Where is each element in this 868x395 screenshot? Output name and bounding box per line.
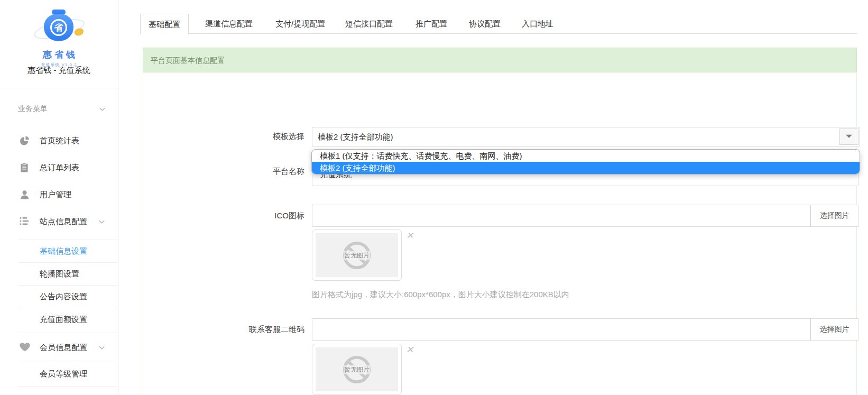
- sidebar-item-label: 总订单列表: [40, 163, 79, 173]
- template-select-value: 模板2 (支持全部功能): [318, 132, 393, 141]
- sidebar-subitem-carousel[interactable]: 轮播图设置: [0, 262, 118, 286]
- section-label: 业务菜单: [18, 104, 48, 114]
- tab-label: 推广配置: [415, 19, 447, 28]
- sidebar-item-label: 会员信息配置: [40, 343, 87, 353]
- tab-entry-url[interactable]: 入口地址: [522, 14, 553, 34]
- dropdown-option-template2[interactable]: 模板2 (支持全部功能): [312, 162, 860, 174]
- template-dropdown-popup: 模板1 (仅支持：话费快充、话费慢充、电费、南网、油费) 模板2 (支持全部功能…: [311, 149, 860, 174]
- tab-payment-config[interactable]: 支付/提现配置: [275, 14, 325, 34]
- qrcode-label: 联系客服二维码: [209, 325, 304, 335]
- ico-icon-label: ICO图标: [209, 211, 304, 221]
- sidebar-item-label: 站点信息配置: [40, 217, 87, 227]
- ico-hint-text: 图片格式为jpg，建议大小:600px*600px，图片大小建议控制在200KB…: [312, 290, 569, 300]
- ico-pick-image-button[interactable]: 选择图片: [810, 205, 858, 227]
- sidebar-subitem-recharge-amount[interactable]: 充值面额设置: [0, 308, 118, 331]
- sidebar-item-member-config[interactable]: 会员信息配置: [0, 335, 118, 360]
- sidebar: 省 惠省钱 充值系统 V1.0.2 惠省钱 - 充值系统 业务菜单 首页统计表: [0, 0, 118, 395]
- qrcode-pick-image-button[interactable]: 选择图片: [810, 318, 858, 341]
- sidebar-item-label: 用户管理: [40, 190, 71, 200]
- ico-image-preview: 暂无图片: [312, 229, 402, 281]
- sidebar-subitem-label: 轮播图设置: [40, 269, 79, 279]
- money-bag-logo-icon: 省: [30, 7, 88, 49]
- chevron-down-icon: [98, 218, 105, 225]
- no-image-text: 暂无图片: [344, 365, 370, 374]
- sidebar-item-home-stats[interactable]: 首页统计表: [0, 129, 118, 152]
- sidebar-subitem-label: 基础信息设置: [40, 246, 87, 256]
- divider: [19, 333, 118, 333]
- platform-name-label: 平台名称: [209, 167, 304, 177]
- template-select[interactable]: 模板2 (支持全部功能): [312, 127, 860, 146]
- sidebar-subitem-member-level[interactable]: 会员等级管理: [0, 362, 118, 385]
- tab-label: 入口地址: [522, 19, 553, 28]
- tab-bar: 基础配置 渠道信息配置 支付/提现配置 短信接口配置 推广配置 协议配置 入口地…: [140, 14, 857, 34]
- sidebar-subitem-basic-info[interactable]: 基础信息设置: [0, 240, 118, 263]
- sidebar-item-label: 首页统计表: [40, 136, 79, 146]
- user-icon: [20, 190, 30, 200]
- tab-label: 基础配置: [149, 20, 180, 29]
- remove-image-icon[interactable]: ✕: [406, 344, 413, 355]
- heart-icon: [20, 343, 30, 353]
- tab-channel-config[interactable]: 渠道信息配置: [205, 14, 253, 34]
- list-icon: [20, 217, 30, 227]
- chevron-down-icon: [99, 106, 105, 112]
- remove-image-icon[interactable]: ✕: [406, 230, 413, 241]
- divider: [19, 386, 118, 387]
- qrcode-image-preview: 暂无图片: [312, 344, 402, 395]
- admin-page: 省 惠省钱 充值系统 V1.0.2 惠省钱 - 充值系统 业务菜单 首页统计表: [0, 0, 868, 395]
- sidebar-item-site-config[interactable]: 站点信息配置: [0, 210, 118, 233]
- tab-basic-config[interactable]: 基础配置: [140, 14, 189, 34]
- chevron-down-icon: [98, 344, 105, 351]
- tab-label: 协议配置: [469, 19, 501, 28]
- sidebar-item-order-list[interactable]: 总订单列表: [0, 156, 118, 179]
- tab-agreement-config[interactable]: 协议配置: [469, 14, 501, 34]
- main-content: 基础配置 渠道信息配置 支付/提现配置 短信接口配置 推广配置 协议配置 入口地…: [119, 0, 868, 395]
- select-arrow-icon[interactable]: [839, 128, 858, 145]
- no-image-text: 暂无图片: [344, 251, 370, 260]
- panel-header: 平台页面基本信息配置: [143, 48, 857, 72]
- qrcode-input[interactable]: [312, 318, 810, 341]
- logo-name: 惠省钱: [0, 49, 118, 61]
- tab-promo-config[interactable]: 推广配置: [415, 14, 447, 34]
- tab-label: 渠道信息配置: [205, 19, 253, 28]
- tab-sms-config[interactable]: 短信接口配置: [345, 14, 393, 34]
- divider: [0, 88, 118, 88]
- app-logo: 省 惠省钱 充值系统 V1.0.2: [0, 7, 118, 60]
- tab-label: 支付/提现配置: [275, 19, 325, 28]
- sidebar-subitem-announcement[interactable]: 公告内容设置: [0, 285, 118, 308]
- template-select-label: 模板选择: [209, 132, 304, 142]
- dropdown-option-template1[interactable]: 模板1 (仅支持：话费快充、话费慢充、电费、南网、油费): [312, 150, 860, 162]
- ico-icon-input[interactable]: [312, 205, 810, 227]
- logo-character: 省: [50, 19, 67, 36]
- sidebar-subitem-label: 充值面额设置: [40, 315, 87, 325]
- sidebar-section-business-menu[interactable]: 业务菜单: [0, 99, 118, 118]
- brand-title: 惠省钱 - 充值系统: [0, 66, 118, 76]
- sidebar-subitem-label: 公告内容设置: [40, 292, 87, 302]
- pie-chart-icon: [20, 136, 30, 146]
- basic-info-panel: 平台页面基本信息配置 模板选择 模板2 (支持全部功能) 平台名称 模板1 (仅…: [143, 48, 857, 395]
- sidebar-subitem-label: 会员等级管理: [40, 369, 87, 379]
- sidebar-item-user-management[interactable]: 用户管理: [0, 183, 118, 206]
- tab-label: 短信接口配置: [345, 19, 393, 28]
- clipboard-icon: [20, 163, 30, 173]
